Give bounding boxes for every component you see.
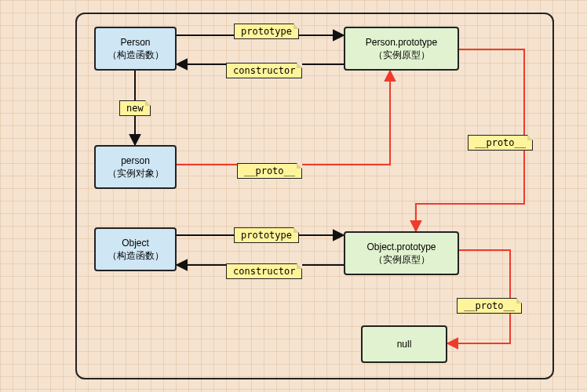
label-proto-2: __proto__ (468, 135, 533, 151)
node-title: person (121, 154, 150, 167)
node-subtitle: （构造函数） (108, 249, 164, 262)
label-proto-1: __proto__ (237, 163, 302, 179)
node-person-prototype: Person.prototype （实例原型） (344, 27, 459, 71)
node-title: Object.prototype (366, 241, 436, 253)
node-person-instance: person （实例对象） (94, 145, 177, 189)
node-title: null (397, 338, 412, 350)
node-null: null (361, 325, 447, 363)
node-title: Person.prototype (366, 36, 437, 49)
label-prototype-2: prototype (234, 227, 299, 243)
node-title: Object (122, 237, 149, 249)
label-new: new (119, 100, 151, 116)
node-subtitle: （实例原型） (374, 49, 430, 61)
node-title: Person (120, 36, 150, 49)
label-prototype-1: prototype (234, 24, 299, 39)
node-subtitle: （实例对象） (108, 167, 164, 180)
node-object-constructor: Object （构造函数） (94, 227, 177, 271)
label-constructor-1: constructor (226, 63, 302, 78)
label-constructor-2: constructor (226, 263, 302, 279)
label-proto-3: __proto__ (457, 298, 522, 314)
node-subtitle: （实例原型） (374, 253, 430, 266)
node-person-constructor: Person （构造函数） (94, 27, 177, 71)
node-object-prototype: Object.prototype （实例原型） (344, 231, 459, 275)
node-subtitle: （构造函数） (108, 49, 164, 61)
